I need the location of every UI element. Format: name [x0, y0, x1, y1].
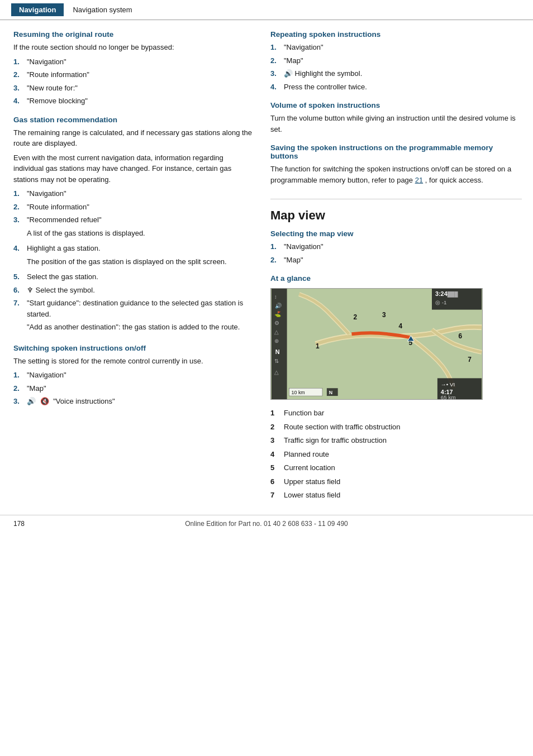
item-number: 1 — [270, 408, 284, 419]
step-text: Press the controller twice. — [284, 82, 522, 93]
item-text: Planned route — [284, 449, 329, 460]
item-text: Current location — [284, 462, 335, 473]
step-text: "New route for:" — [27, 83, 254, 94]
step-number: 1. — [270, 241, 282, 252]
step-number: 7. — [13, 298, 25, 319]
svg-text:⚙: ⚙ — [274, 320, 279, 326]
saving-text: The function for switching the spoken in… — [270, 164, 522, 185]
item-number: 6 — [270, 476, 284, 487]
repeating-heading: Repeating spoken instructions — [270, 30, 522, 39]
left-column: Resuming the original route If the route… — [13, 30, 254, 504]
item-text: Lower status field — [284, 490, 340, 501]
step-text: "Navigation" — [27, 370, 254, 381]
saving-heading: Saving the spoken instructions on the pr… — [270, 143, 522, 160]
svg-text:🔊: 🔊 — [275, 302, 282, 309]
step-text: "Navigation" — [284, 42, 522, 53]
page-content: Resuming the original route If the route… — [0, 20, 533, 515]
footer: 178 Online Edition for Part no. 01 40 2 … — [0, 515, 533, 532]
gas-steps: 1. "Navigation" 2. "Route information" 3… — [13, 188, 254, 335]
at-glance-heading: At a glance — [270, 274, 522, 283]
repeating-steps: 1. "Navigation" 2. "Map" 3. 🔊 Highlight … — [270, 42, 522, 92]
list-item: 1 Function bar — [270, 408, 522, 419]
step-text: "Navigation" — [284, 241, 522, 252]
item-text: Function bar — [284, 408, 324, 419]
gas-heading: Gas station recommendation — [13, 116, 254, 124]
item-text: Upper status field — [284, 476, 340, 487]
nav-system-tab[interactable]: Navigation system — [65, 3, 140, 16]
volume-heading: Volume of spoken instructions — [270, 101, 522, 109]
list-item: 1. "Navigation" — [13, 188, 254, 199]
list-item: 1. "Navigation" — [13, 56, 254, 68]
step-text: "Map" — [284, 255, 522, 266]
step-text: "Recommended refuel" — [27, 214, 102, 226]
item-number: 3 — [270, 435, 284, 446]
step-text: "Map" — [284, 55, 522, 66]
svg-text:1: 1 — [316, 342, 320, 350]
volume-text: Turn the volume button while giving an i… — [270, 113, 522, 135]
saving-page-link[interactable]: 21 — [415, 176, 423, 184]
list-item: 4. Press the controller twice. — [270, 82, 522, 93]
list-item: 6 Upper status field — [270, 476, 522, 487]
step-text: Highlight a gas station. — [27, 243, 101, 254]
svg-text:◎ -1: ◎ -1 — [435, 299, 447, 305]
list-item: 2 Route section with traffic obstruction — [270, 422, 522, 433]
step-number: 2. — [13, 69, 25, 80]
speaker-off-icon: 🔇 — [40, 397, 49, 405]
step-text: "Route information" — [27, 202, 254, 213]
item-number: 7 — [270, 490, 284, 501]
list-item: 3. "Recommended refuel" A list of the ga… — [13, 214, 254, 241]
step-text: "Remove blocking" — [27, 95, 254, 107]
svg-text:███: ███ — [448, 291, 459, 298]
svg-text:65 km: 65 km — [441, 394, 456, 399]
step-number: 1. — [270, 42, 282, 53]
gas-para2: Even with the most current navigation da… — [13, 152, 254, 185]
list-item: 2. "Map" — [13, 383, 254, 394]
svg-text:⊕: ⊕ — [274, 338, 279, 344]
page-number: 178 — [13, 520, 25, 528]
svg-text:7: 7 — [468, 356, 472, 363]
saving-text-after: , for quick access. — [425, 176, 483, 184]
svg-text:⇅: ⇅ — [274, 358, 279, 364]
step-number: 3. — [13, 83, 25, 94]
step-text: "Map" — [27, 383, 254, 394]
step-number: 2. — [13, 202, 25, 213]
svg-text:3:24: 3:24 — [435, 290, 448, 297]
map-svg: 1 2 3 4 5 6 7 ↕ 🔊 ⛳ ⚙ △ ⊕ N ⇅ △ — [271, 289, 482, 399]
step-sub: The position of the gas station is displ… — [27, 256, 227, 267]
svg-text:10 km: 10 km — [292, 390, 305, 395]
svg-text:3: 3 — [382, 311, 386, 319]
step-number: 2. — [13, 383, 25, 394]
step-sub: A list of the gas stations is displayed. — [27, 228, 145, 239]
step-number: 4. — [13, 95, 25, 107]
list-item: 6. ♆ Select the symbol. — [13, 285, 254, 296]
step-number: 3. — [270, 68, 282, 79]
step-number: 1. — [13, 188, 25, 199]
speaker-icon: 🔊 — [284, 69, 293, 78]
list-item: 1. "Navigation" — [270, 42, 522, 53]
step-number: 3. — [13, 214, 25, 226]
svg-text:6: 6 — [459, 332, 463, 340]
step-number: 3. — [13, 396, 25, 407]
list-item: 2. "Map" — [270, 255, 522, 266]
step-number: 4. — [13, 243, 25, 254]
item-number: 5 — [270, 462, 284, 473]
svg-text:N: N — [275, 348, 280, 355]
step-text: 🔊 Highlight the symbol. — [284, 68, 522, 79]
step-text: "Navigation" — [27, 188, 254, 199]
list-item: 4. "Remove blocking" — [13, 95, 254, 107]
step-number: 4. — [270, 82, 282, 93]
step-text: Select the gas station. — [27, 271, 254, 283]
svg-text:N: N — [329, 390, 332, 395]
svg-text:⛳: ⛳ — [274, 311, 282, 318]
step-number: 2. — [270, 255, 282, 266]
step-text: "Route information" — [27, 69, 254, 80]
resuming-intro: If the route section should no longer be… — [13, 42, 254, 53]
list-item: 7. "Start guidance": destination guidanc… — [13, 298, 254, 335]
selecting-steps: 1. "Navigation" 2. "Map" — [270, 241, 522, 265]
list-item: 3. 🔊 🔇 "Voice instructions" — [13, 396, 254, 407]
item-number: 4 — [270, 449, 284, 460]
gas-para1: The remaining range is calculated, and i… — [13, 127, 254, 149]
step-number: 5. — [13, 271, 25, 283]
nav-tab[interactable]: Navigation — [11, 3, 64, 16]
list-item: 4 Planned route — [270, 449, 522, 460]
